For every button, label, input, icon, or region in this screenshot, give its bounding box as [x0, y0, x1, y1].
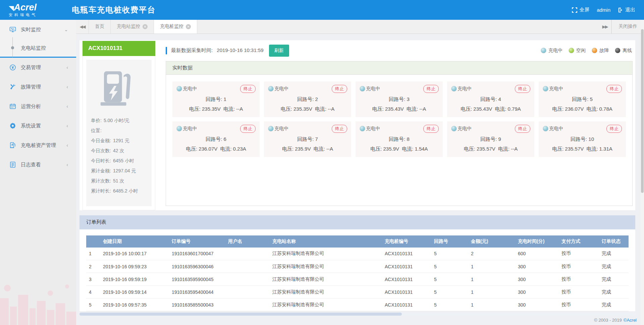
voltage-current-line: 电压:235.35V 电流:--A: [268, 106, 347, 112]
fullscreen-button[interactable]: 全屏: [572, 7, 589, 13]
charging-status-icon: [451, 126, 457, 131]
column-header: 充电站名称: [270, 235, 382, 248]
sidebar-item-label: 交易管理: [21, 64, 41, 71]
vertical-scrollbar-thumb[interactable]: [641, 29, 644, 193]
sidebar-item-station-monitor[interactable]: 充电站监控: [0, 39, 76, 57]
tab-station-monitor[interactable]: 充电站监控 ✕: [111, 20, 154, 34]
circuit-value: 5: [590, 96, 593, 102]
logout-button[interactable]: 退出: [618, 7, 635, 13]
station-info-line: 今日次数:42 次: [91, 146, 148, 156]
voltage-label: 电压:: [370, 146, 382, 152]
current-value: --A: [326, 146, 333, 152]
sidebar-item-pile-assets[interactable]: 充电桩资产管理 ‹: [0, 136, 76, 155]
card-status-label: 充电中: [183, 126, 197, 132]
stop-button[interactable]: 终止: [515, 125, 530, 133]
table-row[interactable]: 2 2019-10-16 09:59:23 1910163596300046 江…: [86, 260, 629, 273]
cell-pile-id: ACX1010131: [382, 248, 431, 260]
tab-home[interactable]: 首页: [89, 20, 111, 34]
tabs-scroll-left-button[interactable]: ◀◀: [76, 20, 89, 34]
charging-status-icon: [543, 126, 548, 131]
tab-close-icon[interactable]: ✕: [143, 24, 148, 29]
cell-create-date: 2019-10-16 09:59:23: [100, 260, 169, 273]
info-value: 6455 小时: [113, 158, 134, 163]
stop-button[interactable]: 终止: [240, 125, 256, 133]
sidebar-item-analysis[interactable]: 运营分析 ‹: [0, 97, 76, 116]
charging-status-icon: [268, 126, 274, 131]
close-operations-dropdown[interactable]: 关闭操作: [611, 20, 644, 34]
cell-username: [225, 286, 270, 299]
cell-username: [225, 248, 270, 260]
card-status-label: 充电中: [458, 126, 472, 132]
chevron-left-icon: ‹: [66, 162, 68, 167]
sidebar-item-label: 故障管理: [21, 84, 41, 90]
charging-status-icon: [543, 86, 548, 92]
info-label: 单价:: [91, 118, 102, 123]
sidebar: 实时监控 ⌄ 充电站监控 交易管理 ‹ 故障管理 ‹ 运营分析 ‹ 系统设置: [0, 20, 76, 325]
monitor-icon: [9, 26, 16, 33]
table-row[interactable]: 5 2019-10-16 09:57:35 1910163585500043 江…: [86, 299, 629, 311]
stop-button[interactable]: 终止: [332, 125, 347, 133]
stop-button[interactable]: 终止: [515, 85, 530, 93]
logo-subtext: 安科瑞电气: [9, 13, 67, 17]
circuit-value: 3: [407, 96, 410, 102]
sidebar-item-transactions[interactable]: 交易管理 ‹: [0, 58, 76, 77]
realtime-section-title: 实时数据: [166, 61, 632, 75]
card-status-label: 充电中: [549, 126, 563, 132]
circuit-label: 回路号:: [480, 136, 497, 142]
acrel-logo: ◥Acrel 安科瑞电气: [0, 3, 67, 17]
current-label: 电流:: [586, 106, 598, 112]
info-value: 42 次: [113, 148, 124, 153]
circuit-value: 6: [224, 136, 226, 142]
table-row[interactable]: 4 2019-10-16 09:59:14 1910163595400044 江…: [86, 286, 629, 299]
user-menu[interactable]: admin: [597, 7, 610, 13]
calendar-icon: [9, 103, 16, 110]
card-status-label: 充电中: [366, 86, 380, 92]
voltage-value: 235.35V: [202, 106, 221, 112]
circuit-value: 7: [315, 136, 318, 142]
sidebar-item-logs[interactable]: 日志查看 ‹: [0, 155, 76, 174]
sidebar-item-settings[interactable]: 系统设置 ‹: [0, 116, 76, 136]
tab-close-icon[interactable]: ✕: [186, 24, 191, 29]
circuit-number-line: 回路号: 3: [360, 96, 439, 103]
info-label: 累计时长:: [91, 188, 111, 194]
voltage-label: 电压:: [282, 146, 293, 152]
tabs-scroll-right-button[interactable]: ▶▶: [599, 20, 611, 34]
table-row[interactable]: 1 2019-10-16 10:00:17 1910163601700047 江…: [86, 248, 629, 260]
cell-order-status: 完成: [599, 299, 629, 311]
tab-pile-monitor[interactable]: 充电桩监控 ✕: [154, 20, 197, 34]
chevron-left-icon: ‹: [66, 123, 68, 128]
order-list-title: 订单列表: [79, 215, 635, 229]
vertical-scrollbar[interactable]: [641, 20, 644, 325]
info-label: 位置:: [91, 128, 102, 133]
cell-amount: 1: [468, 299, 515, 311]
chevron-left-icon: ‹: [66, 143, 68, 148]
circuit-card: 充电中 终止 回路号: 10 电压:235.57V 电流:1.31A: [539, 121, 626, 157]
stop-button[interactable]: 终止: [332, 85, 347, 93]
refresh-button[interactable]: 刷新: [269, 45, 289, 57]
stop-button[interactable]: 终止: [423, 85, 439, 93]
stop-button[interactable]: 终止: [423, 125, 439, 133]
circuit-card: 充电中 终止 回路号: 5 电压:236.07V 电流:0.78A: [539, 82, 626, 117]
brand-link[interactable]: ©Acrel: [624, 318, 637, 323]
sidebar-item-faults[interactable]: 故障管理 ‹: [0, 77, 76, 97]
gear-icon: [9, 122, 16, 129]
stop-button[interactable]: 终止: [240, 85, 256, 93]
voltage-current-line: 电压:236.07V 电流:0.23A: [176, 146, 256, 152]
voltage-label: 电压:: [464, 146, 475, 152]
legend-label-idle: 空闲: [576, 48, 586, 54]
cell-pay-method: 投币: [559, 273, 599, 286]
sidebar-item-label: 充电桩资产管理: [21, 142, 56, 149]
stop-button[interactable]: 终止: [606, 85, 622, 93]
horizontal-scrollbar[interactable]: [79, 313, 635, 316]
info-value: 1297.04 元: [113, 168, 136, 173]
table-row[interactable]: 3 2019-10-16 09:59:19 1910163595900045 江…: [86, 273, 629, 286]
stop-button[interactable]: 终止: [606, 125, 622, 133]
cell-create-date: 2019-10-16 09:57:35: [100, 299, 169, 311]
current-value: 1.54A: [415, 146, 428, 152]
sidebar-item-realtime-monitor[interactable]: 实时监控 ⌄: [0, 20, 76, 39]
circuit-number-line: 回路号: 2: [268, 96, 347, 103]
cell-station-name: 江苏安科瑞制造有限公司: [270, 248, 382, 260]
horizontal-scrollbar-thumb[interactable]: [79, 313, 402, 316]
info-value: 6485.2 小时: [113, 188, 138, 194]
cell-station-name: 江苏安科瑞制造有限公司: [270, 273, 382, 286]
